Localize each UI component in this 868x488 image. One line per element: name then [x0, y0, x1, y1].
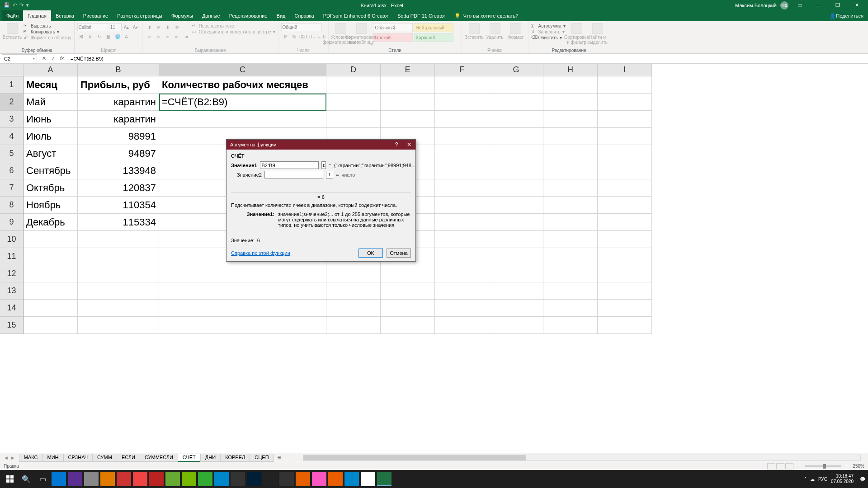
cell-H14[interactable] — [543, 300, 598, 317]
cut-button[interactable]: ✂Вырезать — [24, 23, 71, 28]
cell-I11[interactable] — [598, 248, 652, 265]
font-size-input[interactable] — [109, 23, 122, 31]
arg1-input[interactable] — [260, 161, 319, 169]
col-header-G[interactable]: G — [489, 64, 543, 76]
sheet-tab-ДНИ[interactable]: ДНИ — [200, 454, 221, 462]
grow-font-button[interactable]: A▴ — [123, 23, 131, 31]
cell-B11[interactable] — [78, 248, 159, 265]
cell-F4[interactable] — [435, 128, 489, 145]
cell-B14[interactable] — [78, 300, 159, 317]
align-bottom-button[interactable]: ⬇ — [164, 23, 172, 31]
col-header-C[interactable]: C — [159, 64, 326, 76]
underline-button[interactable]: Ч — [95, 33, 104, 41]
cell-I3[interactable] — [598, 111, 652, 128]
format-as-table-button[interactable]: Форматировать как таблицу — [352, 23, 371, 45]
cell-C12[interactable] — [159, 265, 326, 282]
cell-D3[interactable] — [326, 111, 381, 128]
cell-A8[interactable]: Ноябрь — [24, 197, 78, 214]
select-all-corner[interactable] — [0, 64, 24, 76]
sheet-tab-СЧЁТ[interactable]: СЧЁТ — [178, 454, 201, 462]
tray-cloud-icon[interactable]: ☁ — [810, 477, 815, 482]
sheet-tab-МАКС[interactable]: МАКС — [19, 454, 43, 462]
row-header-14[interactable]: 14 — [0, 300, 24, 317]
cell-E1[interactable] — [381, 76, 435, 94]
taskbar-app-15[interactable] — [279, 472, 294, 486]
cell-H13[interactable] — [543, 282, 598, 300]
sheet-tab-ЕСЛИ[interactable]: ЕСЛИ — [117, 454, 140, 462]
fill-color-button[interactable]: 🪣 — [113, 33, 122, 41]
style-good[interactable]: Хороший — [414, 33, 453, 42]
tab-pdfsam-enhanced-6-creator[interactable]: PDFsam Enhanced 6 Creator — [319, 10, 393, 21]
paste-button[interactable]: Вставить — [3, 23, 22, 40]
cell-I9[interactable] — [598, 214, 652, 231]
cell-A10[interactable] — [24, 231, 78, 248]
cell-A1[interactable]: Месяц — [24, 76, 78, 94]
font-color-button[interactable]: A — [123, 33, 131, 41]
cell-A15[interactable] — [24, 317, 78, 334]
arg2-input[interactable] — [264, 171, 323, 178]
cell-I12[interactable] — [598, 265, 652, 282]
comma-button[interactable]: 000 — [299, 33, 307, 41]
cell-H8[interactable] — [543, 197, 598, 214]
cell-D14[interactable] — [326, 300, 381, 317]
cell-B13[interactable] — [78, 282, 159, 300]
redo-icon[interactable]: ↷ — [19, 2, 24, 8]
format-painter-button[interactable]: 🖌Формат по образцу — [24, 35, 71, 40]
cell-D12[interactable] — [326, 265, 381, 282]
cell-G2[interactable] — [489, 94, 543, 111]
cell-A13[interactable] — [24, 282, 78, 300]
row-header-1[interactable]: 1 — [0, 76, 24, 94]
align-center-button[interactable]: ≡ — [155, 33, 163, 41]
col-header-E[interactable]: E — [381, 64, 435, 76]
cell-C2[interactable]: =СЧЁТ(B2:B9) — [159, 94, 326, 111]
cell-F11[interactable] — [435, 248, 489, 265]
fx-button[interactable]: fx — [58, 56, 66, 61]
cell-I2[interactable] — [598, 94, 652, 111]
row-header-6[interactable]: 6 — [0, 162, 24, 179]
tab-вид[interactable]: Вид — [272, 10, 290, 21]
row-header-8[interactable]: 8 — [0, 197, 24, 214]
cell-G3[interactable] — [489, 111, 543, 128]
cell-E13[interactable] — [381, 282, 435, 300]
autosum-button[interactable]: ∑Автосумма ▾ — [531, 23, 566, 28]
cell-D15[interactable] — [326, 317, 381, 334]
cell-H7[interactable] — [543, 179, 598, 197]
cell-H10[interactable] — [543, 231, 598, 248]
undo-icon[interactable]: ↶ — [13, 2, 17, 8]
taskbar-app-2[interactable] — [68, 472, 82, 486]
fill-button[interactable]: ⬇Заполнить ▾ — [531, 29, 566, 34]
cell-I15[interactable] — [598, 317, 652, 334]
row-header-5[interactable]: 5 — [0, 145, 24, 162]
cell-A6[interactable]: Сентябрь — [24, 162, 78, 179]
taskbar-app-6[interactable] — [133, 472, 147, 486]
arg2-ref-button[interactable]: ↥ — [326, 171, 333, 178]
align-right-button[interactable]: ≡ — [164, 33, 172, 41]
cell-H6[interactable] — [543, 162, 598, 179]
view-normal-button[interactable] — [767, 463, 775, 469]
cell-D13[interactable] — [326, 282, 381, 300]
taskbar-app-20[interactable] — [361, 472, 375, 486]
taskbar-app-19[interactable] — [344, 472, 359, 486]
save-icon[interactable]: 💾 — [4, 2, 10, 8]
taskbar-app-13[interactable] — [247, 472, 261, 486]
add-sheet-button[interactable]: ⊕ — [274, 455, 285, 460]
cell-H4[interactable] — [543, 128, 598, 145]
name-box-dropdown-icon[interactable]: ▾ — [33, 56, 35, 61]
tell-me[interactable]: 💡 Что вы хотите сделать? — [454, 10, 519, 21]
cell-H1[interactable] — [543, 76, 598, 94]
tab-вставка[interactable]: Вставка — [51, 10, 79, 21]
cell-F3[interactable] — [435, 111, 489, 128]
cell-I7[interactable] — [598, 179, 652, 197]
align-left-button[interactable]: ≡ — [146, 33, 154, 41]
cell-H15[interactable] — [543, 317, 598, 334]
tab-file[interactable]: Файл — [2, 10, 23, 21]
cell-I4[interactable] — [598, 128, 652, 145]
cell-D2[interactable] — [326, 94, 381, 111]
cell-B1[interactable]: Прибыль, руб — [78, 76, 159, 94]
cell-G5[interactable] — [489, 145, 543, 162]
zoom-thumb[interactable] — [823, 464, 826, 469]
zoom-in-button[interactable]: + — [846, 464, 849, 469]
cell-B8[interactable]: 110354 — [78, 197, 159, 214]
dialog-title-bar[interactable]: Аргументы функции ? ✕ — [226, 140, 415, 150]
cell-F7[interactable] — [435, 179, 489, 197]
